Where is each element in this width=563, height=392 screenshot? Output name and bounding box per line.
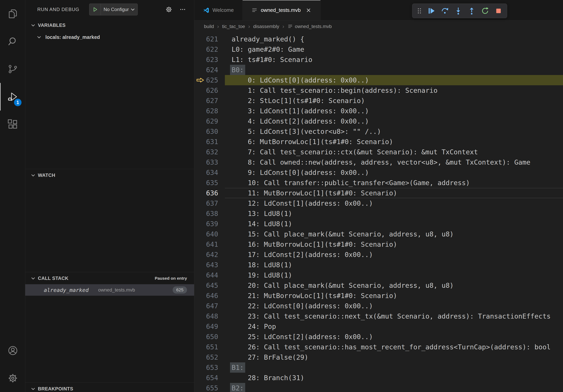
gutter-line-644[interactable]: 644 <box>194 270 225 280</box>
code-text[interactable]: 6: MutBorrowLoc[1](ts#1#0: Scenario) <box>225 137 563 147</box>
code-text[interactable]: 13: LdU8(1) <box>225 209 563 219</box>
code-text[interactable]: 17: LdConst[2](address: 0x00..) <box>225 249 563 260</box>
code-text[interactable]: 19: LdU8(1) <box>225 270 563 280</box>
start-debugging-button[interactable] <box>89 4 101 15</box>
more-actions-icon[interactable] <box>179 6 186 13</box>
code-text[interactable]: 20: Call place_mark(&mut Scenario, addre… <box>225 280 563 290</box>
gutter-line-641[interactable]: 641 <box>194 239 225 249</box>
gutter-line-622[interactable]: 622 <box>194 44 225 54</box>
gutter-line-624[interactable]: 624 <box>194 65 225 75</box>
gutter-line-623[interactable]: 623 <box>194 54 225 65</box>
code-text[interactable]: 0: LdConst[0](address: 0x00..) <box>225 75 563 85</box>
code-text[interactable]: 18: LdU8(1) <box>225 260 563 270</box>
code-text[interactable]: 26: Call test_scenario::has_most_recent_… <box>225 342 563 352</box>
variables-scope-row[interactable]: locals: already_marked <box>25 32 194 43</box>
breadcrumb-item-build[interactable]: build <box>204 24 214 29</box>
gutter-line-653[interactable]: 653 <box>194 362 225 373</box>
code-text[interactable]: 7: Call test_scenario::ctx(&mut Scenario… <box>225 147 563 157</box>
gutter-line-649[interactable]: 649 <box>194 321 225 332</box>
code-text[interactable]: 28: Branch(31) <box>225 373 563 383</box>
gutter-line-654[interactable]: 654 <box>194 373 225 383</box>
gutter-line-633[interactable]: 633 <box>194 157 225 167</box>
watch-section-header[interactable]: WATCH <box>25 169 194 181</box>
gutter-line-655[interactable]: 655 <box>194 383 225 392</box>
gutter-line-631[interactable]: 631 <box>194 137 225 147</box>
gutter-line-640[interactable]: 640 <box>194 229 225 239</box>
gutter-line-627[interactable]: 627 <box>194 95 225 106</box>
gutter-line-632[interactable]: 632 <box>194 147 225 157</box>
breadcrumb-item-owned-tests-mvb[interactable]: owned_tests.mvb <box>287 24 332 29</box>
code-text[interactable]: B2: <box>225 383 563 392</box>
debug-step-over-button[interactable] <box>439 5 451 17</box>
activity-bar-item-source-control[interactable] <box>0 55 25 83</box>
code-text[interactable]: 22: LdConst[0](address: 0x00..) <box>225 301 563 311</box>
call-stack-section-header[interactable]: CALL STACK Paused on entry <box>25 272 194 284</box>
gutter-line-629[interactable]: 629 <box>194 116 225 126</box>
code-text[interactable]: 12: LdConst[1](address: 0x00..) <box>225 198 563 209</box>
code-text[interactable]: 25: LdConst[2](address: 0x00..) <box>225 332 563 342</box>
activity-bar-item-settings[interactable] <box>0 364 25 392</box>
gutter-line-648[interactable]: 648 <box>194 311 225 321</box>
breakpoints-section-header[interactable]: BREAKPOINTS <box>25 382 194 392</box>
gutter-line-634[interactable]: 634 <box>194 167 225 178</box>
debug-step-out-button[interactable] <box>466 5 478 17</box>
activity-bar-item-run-and-debug[interactable]: 1 <box>0 83 25 111</box>
gutter-line-637[interactable]: 637 <box>194 198 225 209</box>
breadcrumb-item-disassembly[interactable]: disassembly <box>253 24 279 29</box>
variables-section-header[interactable]: VARIABLES <box>25 19 194 32</box>
code-text[interactable]: already_marked() { <box>225 34 563 44</box>
breadcrumb-item-tic-tac-toe[interactable]: tic_tac_toe <box>222 24 245 29</box>
tab-owned-tests-mvb[interactable]: owned_tests.mvb <box>243 0 320 20</box>
code-text[interactable]: 5: LdConst[3](vector<u8>: "" /..) <box>225 126 563 137</box>
gutter-line-647[interactable]: 647 <box>194 301 225 311</box>
code-text[interactable]: L0: game#2#0: Game <box>225 44 563 54</box>
activity-bar-item-search[interactable] <box>0 28 25 55</box>
code-text[interactable]: 16: MutBorrowLoc[1](ts#1#0: Scenario) <box>225 239 563 249</box>
debug-continue-button[interactable] <box>425 5 437 17</box>
gutter-line-650[interactable]: 650 <box>194 332 225 342</box>
code-text[interactable]: 2: StLoc[1](ts#1#0: Scenario) <box>225 95 563 106</box>
gutter-line-639[interactable]: 639 <box>194 219 225 229</box>
gutter-line-642[interactable]: 642 <box>194 249 225 260</box>
gutter-line-626[interactable]: 626 <box>194 85 225 95</box>
code-text[interactable]: 23: Call test_scenario::next_tx(&mut Sce… <box>225 311 563 321</box>
gutter-line-625[interactable]: 625 <box>194 75 225 85</box>
code-text[interactable]: 10: Call transfer::public_transfer<Game>… <box>225 178 563 188</box>
activity-bar-item-explorer[interactable] <box>0 0 25 28</box>
code-text[interactable]: 24: Pop <box>225 321 563 332</box>
gutter-line-628[interactable]: 628 <box>194 106 225 116</box>
debug-settings-gear-icon[interactable] <box>165 6 172 13</box>
code-text[interactable]: 1: Call test_scenario::begin(address): S… <box>225 85 563 95</box>
code-text[interactable]: 3: LdConst[1](address: 0x00..) <box>225 106 563 116</box>
code-text[interactable]: 27: BrFalse(29) <box>225 352 563 362</box>
gutter-line-636[interactable]: 636 <box>194 188 225 198</box>
code-text[interactable]: 4: LdConst[2](address: 0x00..) <box>225 116 563 126</box>
code-text[interactable]: 15: Call place_mark(&mut Scenario, addre… <box>225 229 563 239</box>
gutter-line-652[interactable]: 652 <box>194 352 225 362</box>
code-text[interactable]: 8: Call owned::new(address, address, vec… <box>225 157 563 167</box>
call-stack-frame-row[interactable]: already_marked owned_tests.mvb 625 <box>25 284 194 296</box>
debug-restart-button[interactable] <box>479 5 491 17</box>
code-text[interactable]: 21: MutBorrowLoc[1](ts#1#0: Scenario) <box>225 290 563 301</box>
gutter-line-651[interactable]: 651 <box>194 342 225 352</box>
code-text[interactable]: B1: <box>225 362 563 373</box>
close-icon[interactable] <box>305 7 312 13</box>
activity-bar-item-extensions[interactable] <box>0 111 25 138</box>
gutter-line-643[interactable]: 643 <box>194 260 225 270</box>
code-text[interactable]: B0: <box>225 65 563 75</box>
gutter-line-646[interactable]: 646 <box>194 290 225 301</box>
gutter-line-645[interactable]: 645 <box>194 280 225 290</box>
code-text[interactable]: L1: ts#1#0: Scenario <box>225 54 563 65</box>
debug-config-dropdown[interactable]: No Configur <box>89 3 138 15</box>
gutter-line-638[interactable]: 638 <box>194 209 225 219</box>
code-text[interactable]: 11: MutBorrowLoc[1](ts#1#0: Scenario) <box>225 188 563 198</box>
debug-stop-button[interactable] <box>492 5 505 17</box>
debug-step-into-button[interactable] <box>452 5 464 17</box>
gutter-line-621[interactable]: 621 <box>194 34 225 44</box>
debug-toolbar-drag-handle[interactable] <box>415 5 424 17</box>
code-text[interactable]: 9: LdConst[0](address: 0x00..) <box>225 167 563 178</box>
tab-welcome[interactable]: Welcome <box>194 0 243 20</box>
gutter-line-635[interactable]: 635 <box>194 178 225 188</box>
activity-bar-item-account[interactable] <box>0 337 25 364</box>
code-text[interactable]: 14: LdU8(1) <box>225 219 563 229</box>
